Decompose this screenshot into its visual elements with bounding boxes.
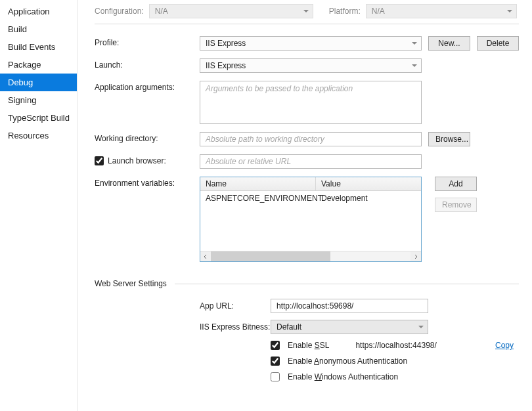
app-args-label: Application arguments: [95, 81, 200, 92]
platform-label: Platform: [329, 7, 361, 16]
configuration-value: N/A [155, 7, 168, 16]
working-dir-input[interactable] [200, 132, 422, 146]
env-header-value[interactable]: Value [316, 177, 421, 190]
env-name-cell: ASPNETCORE_ENVIRONMENT [200, 191, 316, 206]
delete-profile-button[interactable]: Delete [477, 36, 519, 51]
enable-ssl-label: Enable SSL [288, 341, 329, 350]
scroll-thumb[interactable] [211, 251, 330, 261]
web-server-settings-header: Web Server Settings [95, 279, 167, 288]
enable-windows-auth-checkbox[interactable] [271, 372, 280, 381]
env-scrollbar[interactable] [200, 251, 421, 261]
enable-windows-auth-label: Enable Windows Authentication [288, 372, 398, 381]
copy-link[interactable]: Copy [495, 341, 514, 350]
app-url-label: App URL: [200, 301, 271, 311]
divider [95, 24, 519, 24]
remove-env-button: Remove [435, 198, 477, 212]
profile-label: Profile: [95, 36, 200, 47]
env-vars-label: Environment variables: [95, 177, 200, 188]
scroll-left-icon[interactable] [200, 251, 211, 261]
configuration-label: Configuration: [95, 7, 144, 16]
app-url-input[interactable] [271, 299, 428, 313]
chevron-down-icon [412, 64, 417, 70]
enable-anonymous-label: Enable Anonymous Authentication [288, 357, 407, 366]
env-header-name[interactable]: Name [200, 177, 316, 190]
launch-browser-checkbox[interactable] [95, 156, 104, 165]
env-vars-table[interactable]: Name Value ASPNETCORE_ENVIRONMENT Develo… [200, 177, 422, 262]
env-value-cell: Development [316, 191, 421, 206]
working-dir-label: Working directory: [95, 132, 200, 143]
iis-bitness-label: IIS Express Bitness: [200, 322, 271, 332]
sidebar-item-application[interactable]: Application [0, 3, 77, 20]
launch-browser-label: Launch browser: [108, 156, 166, 165]
sidebar-item-build-events[interactable]: Build Events [0, 38, 77, 56]
sidebar: Application Build Build Events Package D… [0, 0, 78, 411]
chevron-down-icon [303, 10, 309, 15]
launch-label: Launch: [95, 58, 200, 70]
new-profile-button[interactable]: New... [428, 36, 470, 51]
iis-bitness-value: Default [277, 322, 301, 332]
app-args-input[interactable] [200, 81, 422, 124]
scroll-right-icon[interactable] [410, 251, 421, 261]
sidebar-item-debug[interactable]: Debug [0, 74, 77, 91]
platform-select: N/A [366, 4, 517, 18]
profile-select[interactable]: IIS Express [200, 36, 422, 51]
configuration-select: N/A [149, 4, 313, 18]
config-platform-row: Configuration: N/A Platform: N/A [95, 4, 519, 18]
chevron-down-icon [412, 42, 417, 47]
sidebar-item-typescript-build[interactable]: TypeScript Build [0, 109, 77, 127]
launch-browser-input[interactable] [200, 154, 422, 169]
sidebar-item-package[interactable]: Package [0, 56, 77, 74]
add-env-button[interactable]: Add [435, 177, 477, 191]
chevron-down-icon [418, 326, 424, 331]
divider [175, 284, 519, 284]
sidebar-item-resources[interactable]: Resources [0, 127, 77, 144]
chevron-down-icon [507, 10, 512, 15]
main-panel: Configuration: N/A Platform: N/A Profile… [78, 0, 532, 411]
launch-select[interactable]: IIS Express [200, 58, 422, 73]
sidebar-item-signing[interactable]: Signing [0, 91, 77, 109]
browse-button[interactable]: Browse... [428, 132, 470, 146]
platform-value: N/A [372, 7, 385, 16]
iis-bitness-select[interactable]: Default [271, 320, 428, 334]
launch-value: IIS Express [206, 61, 246, 70]
table-row[interactable]: ASPNETCORE_ENVIRONMENT Development [200, 191, 421, 206]
ssl-url: https://localhost:44398/ [355, 341, 436, 350]
enable-ssl-checkbox[interactable] [271, 341, 280, 350]
profile-value: IIS Express [206, 39, 246, 48]
enable-anonymous-checkbox[interactable] [271, 357, 280, 366]
sidebar-item-build[interactable]: Build [0, 20, 77, 38]
